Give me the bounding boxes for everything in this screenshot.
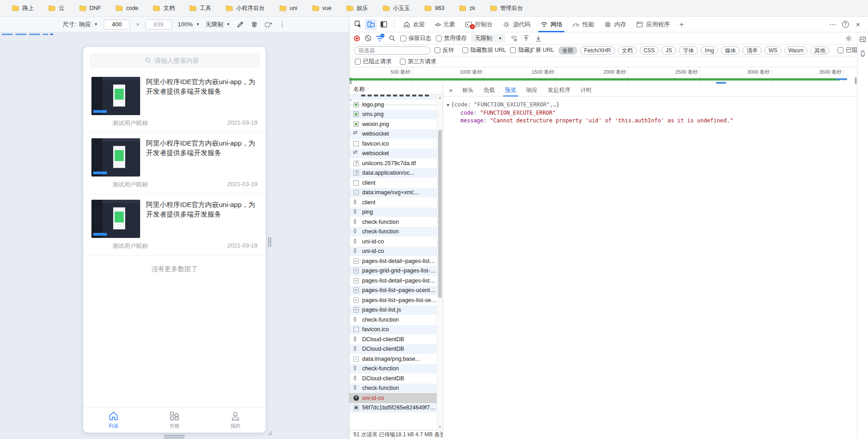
bookmark-folder[interactable]: vue <box>307 3 337 13</box>
viewport-resize-corner[interactable] <box>266 429 273 436</box>
scrollbar-thumb[interactable] <box>438 130 442 298</box>
request-row[interactable]: client <box>349 197 437 207</box>
network-conditions-icon[interactable] <box>510 35 518 42</box>
throttle-select[interactable]: 无限制 ▼ <box>206 20 230 29</box>
more-options-icon[interactable]: ⋮ <box>278 20 287 29</box>
search-bar[interactable] <box>89 53 260 68</box>
viewport-resize-handle-bottom[interactable] <box>164 435 185 439</box>
json-summary-line[interactable]: ▼{code: "FUNCTION_EXCUTE_ERROR",…} <box>447 101 857 109</box>
disable-cache-checkbox[interactable]: 禁用缓存 <box>436 35 467 42</box>
filter-chip[interactable]: 全部 <box>558 46 577 55</box>
filter-chip[interactable]: Wasm <box>784 46 808 55</box>
filter-chip[interactable]: WS <box>764 46 781 55</box>
bookmark-folder[interactable]: 工具 <box>184 3 217 14</box>
tab-initiator[interactable]: 发起程序 <box>543 84 575 96</box>
tab-grid[interactable]: 宫格 <box>144 408 205 433</box>
request-row[interactable]: check-function <box>349 315 437 325</box>
record-network-log-button[interactable] <box>354 35 360 41</box>
request-row[interactable]: pages-list-list~pages-ucente... <box>349 286 437 296</box>
zoom-select[interactable]: 100% ▼ <box>178 21 200 28</box>
request-row[interactable]: uniicons.2579c7da.ttf <box>349 158 437 168</box>
viewport-resize-handle-right[interactable] <box>268 237 272 247</box>
tab-memory[interactable]: 内存 <box>599 17 631 32</box>
request-row[interactable]: data:image/svg+xml;... <box>349 188 437 198</box>
search-network-icon[interactable] <box>389 35 396 42</box>
request-row[interactable]: favicon.ico <box>349 325 437 335</box>
request-row[interactable]: websocket <box>349 149 437 159</box>
request-row[interactable]: uni-id-co <box>349 247 437 257</box>
bookmark-folder[interactable]: 路上 <box>6 3 39 14</box>
bookmark-folder[interactable]: zk <box>454 3 481 13</box>
filter-chip[interactable]: Fetch/XHR <box>580 46 615 55</box>
request-row[interactable]: sms.png <box>349 110 437 120</box>
inspect-element-icon[interactable] <box>352 19 364 30</box>
preserve-log-checkbox[interactable]: 保留日志 <box>400 35 431 42</box>
hide-extension-urls-checkbox[interactable]: 隐藏扩展 URL <box>510 46 554 54</box>
scroll-up-icon[interactable]: ▲ <box>438 95 442 101</box>
request-row[interactable]: favicon.ico <box>349 139 437 149</box>
request-row[interactable]: data:image/png;base... <box>349 354 437 364</box>
request-row[interactable]: data:application/oc... <box>349 168 437 178</box>
filter-chip[interactable]: JS <box>661 46 676 55</box>
eye-icon[interactable] <box>250 20 258 29</box>
request-row[interactable]: 56f7dc1bd5f265e824649f7cb... <box>349 403 437 413</box>
scroll-down-icon[interactable]: ▼ <box>438 424 442 430</box>
tab-preview[interactable]: 预览 <box>500 84 521 96</box>
filter-chip[interactable]: CSS <box>640 46 659 55</box>
filter-chip[interactable]: 其他 <box>810 46 829 55</box>
network-settings-gear-icon[interactable] <box>845 35 853 42</box>
tab-network[interactable]: 网络 <box>535 17 567 32</box>
bookmark-folder[interactable]: 娱乐 <box>341 3 373 14</box>
expand-caret-icon[interactable]: ▼ <box>447 103 449 107</box>
toggle-device-toolbar-icon[interactable] <box>365 19 377 30</box>
request-row[interactable]: check-function <box>349 364 437 374</box>
filter-chip[interactable]: 媒体 <box>721 46 740 55</box>
hide-data-urls-checkbox[interactable]: 隐藏数据 URL <box>462 46 506 54</box>
viewport-height-input[interactable] <box>146 20 172 30</box>
bookmark-folder[interactable]: 文档 <box>147 3 180 14</box>
bookmark-folder[interactable]: uni <box>274 3 303 13</box>
request-row[interactable]: pages-grid-grid~pages-list-d... <box>349 266 437 276</box>
tab-mine[interactable]: 我的 <box>205 408 266 433</box>
dock-side-icon[interactable] <box>378 19 389 30</box>
request-list-scrollbar[interactable]: ▲ ▼ <box>437 95 443 430</box>
device-size-select[interactable]: 尺寸: 响应 ▼ <box>62 20 98 29</box>
request-row[interactable]: check-function <box>349 227 437 237</box>
request-row[interactable]: check-function <box>349 383 437 394</box>
tab-elements[interactable]: </> 元素 <box>430 17 460 32</box>
filter-chip[interactable]: Img <box>701 46 718 55</box>
import-har-icon[interactable] <box>522 35 530 42</box>
tab-performance[interactable]: 性能 <box>567 17 599 32</box>
tab-list[interactable]: 列表 <box>83 408 144 433</box>
blocked-requests-checkbox[interactable]: 已阻止请求 <box>355 58 392 66</box>
request-row[interactable]: pages-list-list.js <box>349 305 437 315</box>
list-item[interactable]: 阿里小程序IDE官方内嵌uni-app，为开发者提供多端开发服务 测试用户昵称 … <box>83 71 266 133</box>
export-har-icon[interactable] <box>535 35 542 42</box>
bookmark-folder[interactable]: DNF <box>74 3 107 13</box>
help-icon[interactable]: ? <box>840 19 851 30</box>
request-row[interactable]: uni-id-co <box>349 237 437 247</box>
bookmark-folder[interactable]: 管理后台 <box>484 3 529 14</box>
request-row[interactable]: pages-list-detail~pages-list-l... <box>349 276 437 286</box>
collapse-sidebar-icon[interactable] <box>859 36 866 43</box>
request-row[interactable] <box>349 95 437 100</box>
bookmark-folder[interactable]: 小程序后台 <box>220 3 270 14</box>
more-options-icon[interactable]: ⋯ <box>827 19 838 30</box>
filter-chip[interactable]: 清单 <box>742 46 762 55</box>
request-row[interactable]: ping <box>349 207 437 217</box>
bookmark-folder[interactable]: 云 <box>43 3 70 14</box>
search-input[interactable] <box>155 57 205 64</box>
invert-filter-checkbox[interactable]: 反转 <box>434 46 454 54</box>
filter-input[interactable] <box>354 46 430 55</box>
viewport-width-input[interactable] <box>104 20 130 30</box>
bookmark-folder[interactable]: 863 <box>419 3 450 13</box>
tab-response[interactable]: 响应 <box>522 84 542 96</box>
filter-chip[interactable]: 字体 <box>679 46 698 55</box>
request-row[interactable]: uni-id-co <box>349 393 437 403</box>
third-party-requests-checkbox[interactable]: 第三方请求 <box>400 58 437 66</box>
request-row[interactable]: pages-list-detail~pages-list-l... <box>349 256 437 266</box>
tab-console[interactable]: × 控制台 <box>460 17 498 32</box>
name-column-header[interactable]: 名称 <box>349 84 443 95</box>
request-row[interactable]: client <box>349 178 437 188</box>
network-throttle-select[interactable]: 无限制 ▼ <box>471 34 505 43</box>
